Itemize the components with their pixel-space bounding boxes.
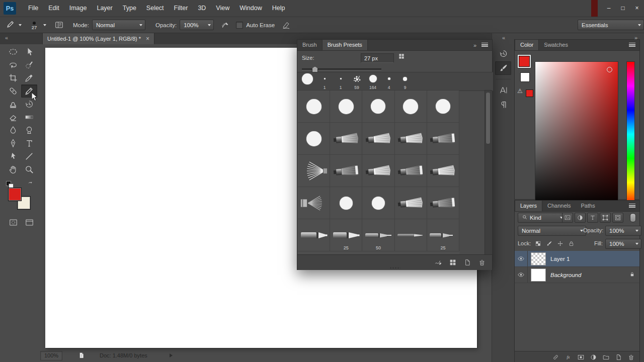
brush-preset-2[interactable] bbox=[330, 90, 362, 123]
mode-dropdown[interactable]: Normal bbox=[92, 20, 145, 30]
menu-image[interactable]: Image bbox=[64, 0, 92, 17]
tool-path-selection[interactable] bbox=[5, 150, 21, 163]
tool-lasso[interactable] bbox=[5, 58, 21, 71]
stroke-preview-icon[interactable] bbox=[434, 258, 442, 266]
gamut-warning-icon[interactable]: ⚠ bbox=[517, 87, 523, 95]
brush-preset-19[interactable] bbox=[395, 187, 427, 219]
menu-help[interactable]: Help bbox=[267, 0, 290, 17]
panel-collapse-icon[interactable]: » bbox=[473, 42, 476, 48]
brush-preset-13[interactable] bbox=[362, 155, 394, 187]
brush-preset-16[interactable] bbox=[298, 187, 330, 219]
recent-brush-5[interactable]: 164 bbox=[365, 72, 381, 90]
brush-tip-grid-icon[interactable] bbox=[398, 53, 405, 60]
layers-opacity-dropdown[interactable]: 100% bbox=[605, 226, 641, 236]
toolbar-collapse-icon[interactable]: « bbox=[5, 35, 8, 41]
tool-pen[interactable] bbox=[5, 137, 21, 150]
menu-select[interactable]: Select bbox=[141, 0, 169, 17]
brush-preset-9[interactable] bbox=[395, 123, 427, 155]
hue-slider[interactable] bbox=[626, 61, 635, 207]
tool-blur[interactable] bbox=[5, 124, 21, 137]
new-layer-icon[interactable] bbox=[615, 353, 622, 361]
filter-pixel-icon[interactable] bbox=[562, 213, 573, 223]
gamut-color-swatch[interactable] bbox=[526, 89, 533, 97]
layer-group-icon[interactable] bbox=[602, 353, 610, 361]
workspace-switcher[interactable]: Essentials bbox=[578, 20, 644, 30]
brush-preset-24[interactable] bbox=[395, 219, 427, 251]
filter-adjust-icon[interactable] bbox=[575, 213, 586, 223]
brush-preset-14[interactable] bbox=[395, 155, 427, 187]
foreground-color-swatch[interactable] bbox=[8, 188, 22, 201]
adjustment-layer-icon[interactable] bbox=[590, 353, 597, 361]
brush-preset-22[interactable]: 25 bbox=[330, 219, 362, 251]
color-tab-color[interactable]: Color bbox=[515, 40, 539, 50]
delete-layer-icon[interactable] bbox=[627, 353, 635, 361]
document-tab[interactable]: Untitled-1 @ 100% (Layer 1, RGB/8) * × bbox=[42, 33, 154, 44]
tool-pencil[interactable] bbox=[21, 84, 37, 98]
tool-eyedropper[interactable] bbox=[21, 71, 37, 84]
tab-close-icon[interactable]: × bbox=[146, 35, 149, 42]
scrollbar[interactable] bbox=[485, 90, 492, 255]
recent-brush-4[interactable]: 59 bbox=[349, 72, 365, 90]
brush-preset-20[interactable] bbox=[427, 187, 459, 219]
brush-preset-23[interactable]: 50 bbox=[362, 219, 394, 251]
fill-dropdown[interactable]: 100% bbox=[605, 239, 641, 249]
brush-size-field[interactable]: 27 px bbox=[361, 53, 394, 63]
opacity-dropdown[interactable]: 100% bbox=[180, 20, 214, 30]
brush-preset-7[interactable] bbox=[330, 123, 362, 155]
layers-tab-channels[interactable]: Channels bbox=[542, 201, 576, 211]
brush-tab-brush-presets[interactable]: Brush Presets bbox=[322, 40, 368, 50]
color-picker-marker[interactable] bbox=[607, 67, 612, 72]
brush-preset-11[interactable] bbox=[298, 155, 330, 187]
new-preset-icon[interactable] bbox=[463, 258, 471, 266]
menu-window[interactable]: Window bbox=[234, 0, 267, 17]
tool-eraser[interactable] bbox=[5, 111, 21, 124]
layer-style-icon[interactable]: fx bbox=[565, 353, 572, 361]
tool-spot-healing[interactable] bbox=[5, 84, 21, 98]
brush-preset-15[interactable] bbox=[427, 155, 459, 187]
filter-shape-icon[interactable] bbox=[600, 213, 611, 223]
dock-history-panel-icon[interactable] bbox=[495, 47, 511, 60]
tool-zoom[interactable] bbox=[21, 163, 37, 176]
background-color-well[interactable] bbox=[520, 72, 530, 82]
tool-type[interactable] bbox=[21, 137, 37, 150]
foreground-color-well[interactable] bbox=[519, 56, 530, 67]
menu-layer[interactable]: Layer bbox=[92, 0, 117, 17]
lock-pixels-icon[interactable] bbox=[545, 239, 553, 248]
layer-thumbnail[interactable] bbox=[531, 252, 546, 265]
menu-3d[interactable]: 3D bbox=[193, 0, 211, 17]
lock-transparent-icon[interactable] bbox=[534, 239, 542, 248]
pressure-opacity-icon[interactable] bbox=[221, 21, 230, 30]
auto-erase-checkbox[interactable]: Auto Erase bbox=[236, 22, 275, 29]
layer-mask-icon[interactable] bbox=[577, 353, 585, 361]
brush-preset-1[interactable] bbox=[298, 90, 330, 123]
layer-thumbnail[interactable] bbox=[531, 268, 546, 282]
minimize-button[interactable]: – bbox=[602, 0, 616, 17]
tool-history-brush[interactable] bbox=[21, 98, 37, 111]
tool-crop[interactable] bbox=[5, 71, 21, 84]
preset-grid-icon[interactable] bbox=[449, 258, 457, 266]
brush-preset-picker[interactable]: 27 bbox=[29, 20, 46, 30]
screen-mode-icon[interactable] bbox=[21, 216, 37, 228]
recent-brush-6[interactable]: 4 bbox=[381, 72, 397, 90]
recent-brush-1[interactable] bbox=[298, 72, 316, 90]
icon-dock-expand-icon[interactable]: « bbox=[502, 35, 505, 41]
dock-paragraph-panel-icon[interactable] bbox=[495, 98, 511, 112]
lock-position-icon[interactable] bbox=[556, 239, 564, 248]
filter-type-icon[interactable] bbox=[587, 213, 598, 223]
pressure-size-icon[interactable] bbox=[282, 21, 291, 30]
tool-clone-stamp[interactable] bbox=[5, 98, 21, 111]
status-flow-icon[interactable] bbox=[77, 351, 86, 359]
menu-type[interactable]: Type bbox=[118, 0, 141, 17]
scrollbar-thumb[interactable] bbox=[486, 92, 491, 144]
brush-preset-21[interactable] bbox=[298, 219, 330, 251]
brush-size-slider[interactable] bbox=[302, 68, 381, 70]
delete-preset-icon[interactable] bbox=[478, 258, 486, 266]
tool-dodge[interactable] bbox=[21, 124, 37, 137]
recent-brush-3[interactable]: 1 bbox=[333, 72, 349, 90]
brush-preset-17[interactable] bbox=[330, 187, 362, 219]
brush-preset-25[interactable]: 25 bbox=[427, 219, 459, 251]
brush-preset-8[interactable] bbox=[362, 123, 394, 155]
photoshop-logo-icon[interactable]: Ps bbox=[4, 2, 16, 15]
menu-view[interactable]: View bbox=[211, 0, 234, 17]
panel-resize-grip[interactable] bbox=[389, 267, 400, 269]
